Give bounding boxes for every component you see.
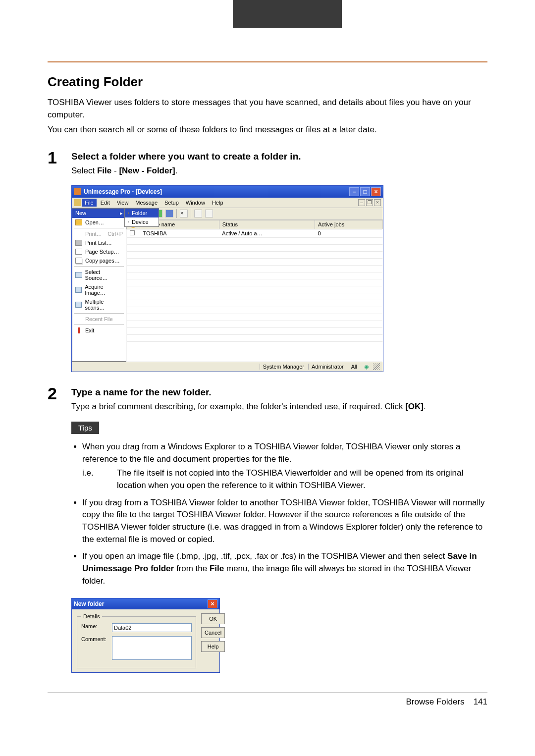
menu-item-page-setup[interactable]: Page Setup… xyxy=(72,247,126,256)
toolbar-btn-stop[interactable] xyxy=(165,210,173,217)
step2-line1: Type a brief comment describing, for exa… xyxy=(71,402,405,411)
unimessage-window: Unimessage Pro - [Devices] – □ × File Ed… xyxy=(71,185,383,372)
device-icon xyxy=(128,221,129,222)
folder-open-icon xyxy=(75,219,82,225)
acquire-icon xyxy=(75,287,82,293)
titlebar: Unimessage Pro - [Devices] – □ × xyxy=(72,186,383,198)
submenu-device-label: Device xyxy=(132,219,149,225)
step-2-number: 2 xyxy=(48,385,62,673)
menu-file[interactable]: File xyxy=(82,199,97,207)
menu-edit[interactable]: Edit xyxy=(98,199,113,207)
page-footer: Browse Folders 141 xyxy=(48,693,487,707)
new-submenu: Folder Device xyxy=(124,208,159,227)
ok-button[interactable]: OK xyxy=(201,613,225,624)
status-administrator: Administrator xyxy=(308,364,347,370)
doc-close-button[interactable]: × xyxy=(374,199,381,206)
dialog-close-button[interactable]: × xyxy=(208,599,217,608)
resize-grip[interactable] xyxy=(373,363,380,370)
menu-item-acquire-image[interactable]: Acquire Image… xyxy=(72,282,126,297)
menu-multi-scan-label: Multiple scans… xyxy=(85,299,123,311)
menu-select-source-label: Select Source… xyxy=(85,269,123,281)
submenu-item-device[interactable]: Device xyxy=(125,217,159,226)
cancel-button[interactable]: Cancel xyxy=(201,627,225,638)
menu-recent-label: Recent File xyxy=(85,316,113,322)
submenu-item-folder[interactable]: Folder xyxy=(125,209,159,217)
step2-period: . xyxy=(424,402,426,411)
ie-label: i.e. xyxy=(82,467,117,491)
toolbar-btn-delete[interactable]: × xyxy=(180,210,188,217)
menu-item-copy-pages[interactable]: Copy pages… xyxy=(72,256,126,265)
menu-print-list-label: Print List… xyxy=(85,240,112,246)
step-1-title: Select a folder where you want to create… xyxy=(71,151,487,162)
new-folder-dialog: New folder × Details Name: Comment: xyxy=(71,598,220,673)
menu-copy-pages-label: Copy pages… xyxy=(85,258,120,264)
step1-period: . xyxy=(175,166,178,175)
intro-2: You can then search all or some of these… xyxy=(48,124,487,136)
step-2-title: Type a name for the new folder. xyxy=(71,387,487,398)
menu-setup[interactable]: Setup xyxy=(161,199,182,207)
menu-help[interactable]: Help xyxy=(209,199,226,207)
menu-open-label: Open… xyxy=(85,219,104,225)
table-row[interactable]: TOSHIBA Active / Auto a… 0 xyxy=(127,229,383,237)
statusbar: System Manager Administrator All ◉ xyxy=(72,362,383,372)
menu-item-print: Print… Ctrl+P xyxy=(72,229,126,238)
file-dropdown-menu: New ▸ Open… Print… Ctrl+P xyxy=(72,208,126,362)
dialog-titlebar: New folder × xyxy=(72,598,219,609)
tip-1a: When you drag from a Windows Explorer to… xyxy=(82,442,460,464)
comment-field[interactable] xyxy=(112,636,192,660)
status-icon: ◉ xyxy=(361,364,372,370)
help-button[interactable]: Help xyxy=(201,641,225,652)
header-tab-bar xyxy=(0,0,535,28)
tip-3: If you open an image file (.bmp, .jpg, .… xyxy=(82,550,487,587)
menu-item-new[interactable]: New ▸ xyxy=(72,209,126,218)
col-active-jobs[interactable]: Active jobs xyxy=(315,220,382,229)
menu-item-select-source[interactable]: Select Source… xyxy=(72,268,126,282)
folder-icon xyxy=(128,213,129,214)
ie-body: The file itself is not copied into the T… xyxy=(117,467,487,491)
toolbar-btn-text[interactable] xyxy=(194,210,202,217)
menu-item-multiple-scans[interactable]: Multiple scans… xyxy=(72,297,126,312)
top-rule xyxy=(48,61,487,62)
section-title: Creating Folder xyxy=(48,74,487,90)
menu-new-label: New xyxy=(75,210,86,216)
menu-exit-label: Exit xyxy=(85,327,94,333)
submenu-folder-label: Folder xyxy=(132,210,147,216)
step1-prefix: Select xyxy=(71,166,97,175)
step1-file: File xyxy=(97,166,111,175)
fieldset-legend: Details xyxy=(81,613,102,619)
toolbar: × xyxy=(126,208,383,220)
submenu-arrow-icon: ▸ xyxy=(120,210,123,216)
minimize-button[interactable]: – xyxy=(349,187,359,196)
copy-icon xyxy=(75,258,82,264)
status-all: All xyxy=(348,364,360,370)
step2-ok: [OK] xyxy=(405,402,424,411)
printer-icon xyxy=(75,240,82,246)
step-1-number: 1 xyxy=(48,149,62,372)
intro-1: TOSHIBA Viewer uses folders to store mes… xyxy=(48,97,487,121)
menu-message[interactable]: Message xyxy=(132,199,160,207)
tip-3a: If you open an image file (.bmp, .jpg, .… xyxy=(82,551,447,561)
menu-view[interactable]: View xyxy=(114,199,132,207)
doc-minimize-button[interactable]: – xyxy=(358,199,365,206)
app-icon xyxy=(74,188,81,195)
menu-item-exit[interactable]: Exit xyxy=(72,326,126,335)
menu-item-open[interactable]: Open… xyxy=(72,218,126,227)
maximize-button[interactable]: □ xyxy=(360,187,370,196)
step1-new: New - Folder xyxy=(122,166,172,175)
menu-window[interactable]: Window xyxy=(183,199,208,207)
doc-restore-button[interactable]: ❐ xyxy=(366,199,373,206)
menu-print-shortcut: Ctrl+P xyxy=(107,231,123,237)
window-title: Unimessage Pro - [Devices] xyxy=(84,188,162,195)
toolbar-btn-list[interactable] xyxy=(205,210,213,217)
app-menu-icon xyxy=(74,199,81,206)
footer-label: Browse Folders xyxy=(406,697,465,707)
dialog-title: New folder xyxy=(74,600,104,607)
step-2-text: Type a brief comment describing, for exa… xyxy=(71,401,487,413)
menu-print-label: Print… xyxy=(85,231,102,237)
comment-label: Comment: xyxy=(81,636,109,642)
menu-item-print-list[interactable]: Print List… xyxy=(72,238,126,247)
name-field[interactable] xyxy=(112,623,192,632)
tips-list: When you drag from a Windows Explorer to… xyxy=(71,441,487,587)
close-button[interactable]: × xyxy=(371,187,381,196)
col-status[interactable]: Status xyxy=(219,220,315,229)
